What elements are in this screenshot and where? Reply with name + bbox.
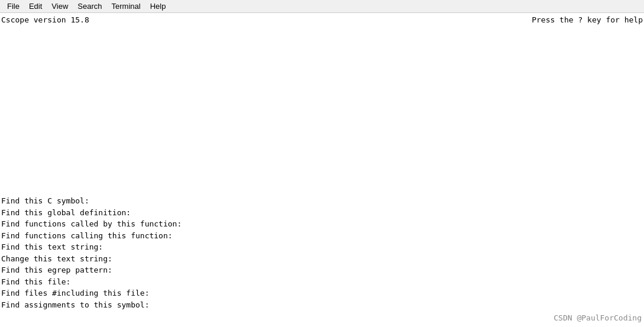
query-line-7: Find this file:	[1, 276, 182, 288]
query-lines: Find this C symbol:Find this global defi…	[1, 195, 182, 310]
watermark: CSDN @PaulForCoding	[554, 313, 642, 322]
main-content: Cscope version 15.8 Press the ? key for …	[0, 13, 644, 327]
menu-view[interactable]: View	[47, 1, 73, 12]
menu-help[interactable]: Help	[145, 1, 171, 12]
query-line-6: Find this egrep pattern:	[1, 264, 182, 276]
help-hint: Press the ? key for help	[532, 15, 643, 24]
menu-search[interactable]: Search	[73, 1, 106, 12]
menu-file[interactable]: File	[2, 1, 24, 12]
menu-edit[interactable]: Edit	[24, 1, 47, 12]
query-line-4: Find this text string:	[1, 241, 182, 253]
query-line-1: Find this global definition:	[1, 207, 182, 219]
version-label: Cscope version 15.8	[1, 15, 89, 24]
query-line-0: Find this C symbol:	[1, 195, 182, 207]
menu-terminal[interactable]: Terminal	[107, 1, 145, 12]
query-line-2: Find functions called by this function:	[1, 218, 182, 230]
query-line-8: Find files #including this file:	[1, 287, 182, 299]
menubar: File Edit View Search Terminal Help	[0, 0, 644, 13]
query-line-9: Find assignments to this symbol:	[1, 299, 182, 311]
query-line-3: Find functions calling this function:	[1, 230, 182, 242]
query-line-5: Change this text string:	[1, 253, 182, 265]
